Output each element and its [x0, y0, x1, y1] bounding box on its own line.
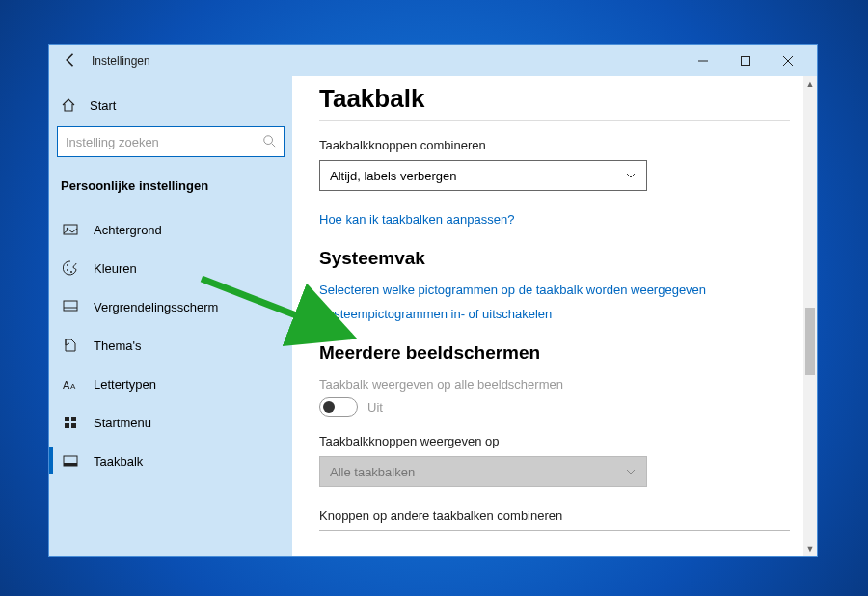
sidebar: Start Persoonlijke instellingen Achtergr… [49, 76, 292, 556]
window-body: Start Persoonlijke instellingen Achtergr… [49, 76, 817, 556]
content-pane: Taakbalk Taakbalkknoppen combineren Alti… [292, 76, 817, 556]
show-on-label: Taakbalkknoppen weergeven op [319, 434, 790, 448]
scrollbar[interactable]: ▲ ▼ [803, 76, 817, 556]
svg-rect-15 [65, 417, 69, 421]
home-button[interactable]: Start [57, 92, 285, 126]
show-all-toggle[interactable] [319, 397, 358, 417]
nav-label: Thema's [94, 339, 141, 353]
combine-other-label: Knoppen op andere taakbalken combineren [319, 508, 790, 523]
dropdown-value: Alle taakbalken [330, 465, 415, 479]
scroll-up-button[interactable]: ▲ [803, 76, 817, 92]
show-all-displays-label: Taakbalk weergeven op alle beeldschermen [319, 377, 790, 392]
svg-line-5 [272, 143, 276, 147]
maximize-icon [741, 56, 750, 66]
lock-screen-icon [63, 299, 78, 314]
chevron-down-icon [625, 466, 637, 477]
svg-rect-20 [64, 463, 77, 466]
sidebar-heading: Persoonlijke instellingen [57, 175, 285, 210]
search-input-wrapper[interactable] [57, 126, 285, 157]
section-systeemvak: Systeemvak [319, 248, 790, 269]
svg-text:A: A [70, 382, 76, 391]
sidebar-item-taakbalk[interactable]: Taakbalk [57, 442, 285, 480]
minimize-button[interactable] [682, 45, 724, 76]
svg-rect-6 [64, 225, 77, 234]
search-icon [262, 134, 276, 150]
sidebar-item-startmenu[interactable]: Startmenu [57, 403, 285, 442]
minimize-icon [698, 56, 708, 66]
sidebar-item-kleuren[interactable]: Kleuren [57, 249, 285, 287]
picture-icon [63, 222, 78, 237]
arrow-left-icon [61, 50, 80, 69]
svg-rect-11 [64, 301, 77, 311]
settings-window: Instellingen Start Persoonlijke instelli… [48, 44, 818, 557]
nav-label: Vergrendelingsscherm [94, 300, 218, 314]
nav-label: Taakbalk [94, 454, 143, 469]
sidebar-item-lettertypen[interactable]: AA Lettertypen [57, 365, 285, 403]
close-icon [783, 56, 793, 66]
divider [319, 120, 790, 121]
scroll-track[interactable] [803, 92, 817, 541]
svg-rect-1 [742, 57, 750, 66]
nav-label: Startmenu [94, 416, 151, 430]
tray-icons-link[interactable]: Selecteren welke pictogrammen op de taak… [319, 283, 790, 297]
search-input[interactable] [66, 135, 262, 149]
system-icons-link[interactable]: Systeempictogrammen in- of uitschakelen [319, 307, 790, 321]
back-button[interactable] [61, 50, 80, 72]
page-title: Taakbalk [319, 84, 790, 114]
divider [319, 530, 790, 531]
nav-label: Lettertypen [94, 377, 156, 392]
toggle-state-text: Uit [367, 400, 383, 415]
svg-rect-16 [71, 417, 76, 421]
sidebar-item-vergrendelingsscherm[interactable]: Vergrendelingsscherm [57, 287, 285, 326]
fonts-icon: AA [63, 376, 78, 392]
dropdown-value: Altijd, labels verbergen [330, 169, 457, 183]
combine-label: Taakbalkknoppen combineren [319, 138, 790, 152]
show-on-dropdown: Alle taakbalken [319, 456, 647, 487]
start-icon [63, 415, 78, 430]
section-beeldschermen: Meerdere beeldschermen [319, 342, 790, 364]
palette-icon [63, 260, 78, 276]
chevron-down-icon [625, 170, 637, 181]
close-button[interactable] [767, 45, 809, 76]
sidebar-item-themas[interactable]: Thema's [57, 326, 285, 365]
scroll-thumb[interactable] [805, 308, 815, 375]
home-icon [61, 97, 76, 113]
svg-point-4 [264, 135, 273, 144]
svg-point-8 [67, 264, 68, 266]
nav-list: Achtergrond Kleuren Vergrendelingsscherm… [57, 210, 285, 480]
svg-rect-17 [65, 423, 69, 428]
taskbar-icon [63, 453, 78, 469]
themes-icon [63, 338, 78, 353]
maximize-button[interactable] [724, 45, 767, 76]
svg-point-9 [67, 269, 68, 271]
scroll-down-button[interactable]: ▼ [803, 541, 817, 556]
toggle-knob [323, 401, 335, 413]
nav-label: Kleuren [94, 261, 137, 276]
svg-point-10 [70, 271, 72, 273]
show-all-toggle-row: Uit [319, 397, 790, 417]
svg-rect-18 [71, 423, 76, 428]
svg-text:A: A [63, 379, 70, 391]
titlebar: Instellingen [49, 45, 817, 76]
nav-label: Achtergrond [94, 223, 162, 237]
help-link[interactable]: Hoe kan ik taakbalken aanpassen? [319, 212, 790, 227]
home-label: Start [90, 98, 116, 113]
sidebar-item-achtergrond[interactable]: Achtergrond [57, 210, 285, 249]
window-title: Instellingen [92, 54, 682, 68]
combine-dropdown[interactable]: Altijd, labels verbergen [319, 160, 647, 191]
